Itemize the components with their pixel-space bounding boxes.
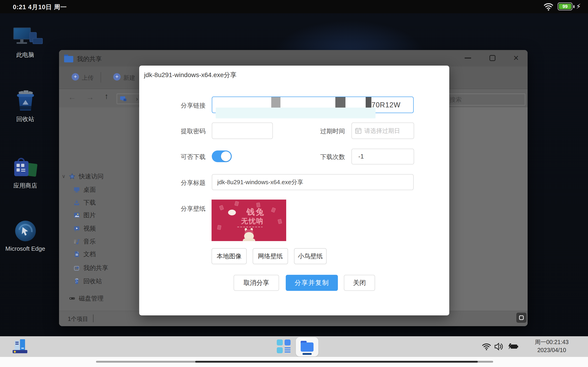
disk-icon (69, 295, 76, 302)
upload-button[interactable]: 上传 (82, 74, 94, 82)
music-note-icon (73, 238, 80, 245)
wifi-icon[interactable] (482, 343, 491, 350)
expiry-input[interactable] (352, 123, 414, 139)
clock-date: 2023/04/10 (533, 346, 570, 354)
sidebar-item-disk-management[interactable]: 磁盘管理 (59, 294, 138, 303)
computer-icon (120, 96, 127, 102)
this-pc-icon (13, 27, 31, 40)
share-and-copy-button[interactable]: 分享并复制 (286, 275, 338, 291)
local-image-button[interactable]: 本地图像 (212, 248, 247, 264)
new-button[interactable]: 新建 (123, 74, 135, 82)
sidebar: ∨ 快速访问 桌面 下载 图片 视频 音乐 (59, 107, 138, 311)
cancel-share-button[interactable]: 取消分享 (233, 275, 279, 291)
window-title: 我的共享 (77, 55, 102, 63)
monitor-icon (73, 186, 80, 193)
wallpaper-caption (237, 227, 262, 227)
wallpaper-label: 分享壁纸 (166, 205, 206, 213)
taskbar-clock[interactable]: 周一00:21:43 2023/04/10 (533, 338, 570, 354)
share-dialog: jdk-8u291-windows-x64.exe分享 分享链接 70R12W … (139, 66, 449, 315)
sidebar-item-desktop[interactable]: 桌面 (59, 185, 138, 194)
volume-icon[interactable] (494, 342, 503, 351)
chevron-right-icon: › (136, 95, 138, 102)
download-count-label: 下载次数 (306, 153, 345, 161)
minimize-button[interactable] (465, 58, 471, 58)
icon-view-button[interactable] (516, 313, 527, 323)
top-clock: 0:21 4月10日 周一 (13, 3, 67, 11)
search-input[interactable] (446, 94, 525, 106)
downloadable-toggle[interactable] (212, 150, 232, 162)
window-titlebar[interactable]: 我的共享 × (59, 50, 527, 67)
plus-icon[interactable]: + (113, 73, 121, 81)
close-button[interactable]: × (513, 52, 519, 63)
sidebar-item-pictures[interactable]: 图片 (59, 210, 138, 220)
selection-highlight (216, 108, 376, 118)
app-grid-icon (277, 340, 283, 345)
wifi-icon[interactable] (544, 2, 553, 11)
picture-icon (73, 212, 80, 218)
red-envelope (234, 201, 239, 206)
download-count-field[interactable] (351, 149, 414, 165)
battery-nub (573, 5, 574, 8)
close-dialog-button[interactable]: 关闭 (344, 275, 375, 291)
app-grid-button[interactable] (277, 340, 291, 354)
download-icon (73, 199, 80, 206)
star-icon (69, 173, 76, 180)
items-count: 1个项目 (68, 315, 88, 323)
clock-time: 周一00:21:43 (533, 338, 570, 346)
breadcrumb[interactable]: › (117, 94, 140, 104)
scrollbar-thumb[interactable] (195, 361, 478, 363)
sidebar-item-my-shares[interactable]: 我的共享 (59, 263, 138, 273)
sidebar-item-music[interactable]: 音乐 (59, 237, 138, 246)
toggle-knob (221, 151, 231, 161)
downloadable-label: 可否下载 (166, 153, 206, 161)
edge-label: Microsoft Edge (0, 244, 51, 253)
app-store-label: 应用商店 (0, 182, 51, 190)
share-title-input[interactable] (212, 175, 413, 190)
share-link-field[interactable]: 70R12W (212, 97, 414, 113)
password-input[interactable] (212, 123, 272, 139)
battery-indicator[interactable]: 99 (558, 2, 572, 10)
up-button[interactable]: ↑ (104, 92, 108, 101)
share-link-label: 分享链接 (166, 101, 206, 110)
wallpaper-preview[interactable]: 钱兔 无忧呐 (212, 200, 286, 241)
back-button[interactable]: ← (68, 93, 76, 102)
sidebar-item-documents[interactable]: 文档 (59, 249, 138, 259)
redaction-block (335, 97, 346, 109)
grid-view-icon (519, 315, 524, 320)
launcher-button[interactable] (13, 339, 27, 354)
this-pc-label: 此电脑 (0, 51, 51, 59)
battery-level: 99 (559, 4, 571, 9)
plus-icon[interactable]: + (72, 73, 79, 81)
sidebar-item-videos[interactable]: 视频 (59, 224, 138, 233)
toolbar-divider (101, 72, 101, 83)
password-field[interactable] (212, 123, 273, 139)
file-manager-task-button[interactable] (296, 337, 318, 357)
document-icon (73, 251, 80, 257)
sidebar-item-recycle-bin[interactable]: 回收站 (59, 276, 138, 286)
charging-bolt-icon: ⚡ (576, 2, 581, 10)
share-title-field[interactable] (212, 174, 414, 190)
red-envelope (278, 219, 282, 224)
share-link-visible-text: 70R12W (372, 101, 401, 109)
chevron-down-icon[interactable]: ∨ (62, 173, 69, 179)
web-wallpaper-button[interactable]: 网络壁纸 (253, 248, 288, 264)
forward-button[interactable]: → (86, 93, 94, 102)
taskbar: 周一00:21:43 2023/04/10 (0, 336, 588, 357)
battery-charging-icon[interactable] (507, 343, 519, 350)
recycle-symbol (23, 100, 28, 105)
dialog-title: jdk-8u291-windows-x64.exe分享 (144, 71, 237, 79)
expiry-field[interactable] (351, 123, 414, 139)
password-label: 提取密码 (166, 127, 206, 135)
sidebar-item-quick-access[interactable]: ∨ 快速访问 (59, 172, 138, 181)
download-count-input[interactable] (352, 149, 414, 164)
desktop-screen: 0:21 4月10日 周一 99 ⚡ 此电脑 回收站 (0, 0, 588, 367)
bird-wallpaper-button[interactable]: 小鸟壁纸 (294, 248, 327, 264)
red-envelope (217, 225, 221, 230)
sidebar-item-downloads[interactable]: 下载 (59, 198, 138, 207)
expiry-label: 过期时间 (306, 127, 345, 135)
scrollbar-track[interactable] (96, 361, 493, 363)
share-icon (73, 265, 80, 271)
active-app-indicator (303, 353, 312, 355)
maximize-button[interactable] (489, 55, 495, 61)
video-icon (73, 225, 80, 232)
